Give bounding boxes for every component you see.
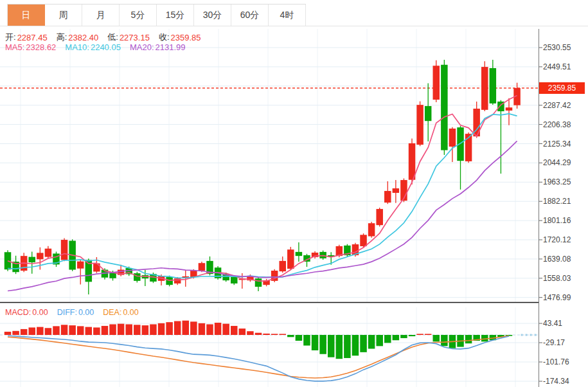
macd-hist-bar [409, 335, 416, 336]
candle-body [255, 278, 262, 287]
macd-hist-bar [118, 324, 125, 335]
macd-hist-bar [206, 324, 213, 335]
candle-body [231, 277, 238, 284]
ma5-label: MA5: [5, 42, 24, 52]
macd-hist-bar [393, 335, 400, 340]
high-value: 2382.40 [68, 33, 98, 42]
candle-body [481, 67, 488, 110]
macd-hist-bar [319, 335, 326, 354]
candle-body [506, 107, 513, 111]
candle-body [37, 253, 44, 259]
open-label: 开: [5, 32, 16, 43]
price-tick-label: 2044.29 [543, 158, 571, 167]
macd-hist-bar [271, 334, 278, 335]
price-tick-label: 1558.03 [543, 274, 571, 283]
ma5-line [8, 95, 517, 281]
macd-label: MACD: [5, 308, 31, 317]
macd-hist-bar [215, 323, 222, 335]
candle-body [134, 273, 141, 281]
macd-hist-bar [174, 321, 181, 335]
macd-hist-bar [142, 325, 149, 335]
macd-tick-label: 43.41 [543, 319, 562, 328]
candle-body [279, 261, 286, 271]
macd-hist-bar [263, 334, 270, 335]
macd-hist-bar [85, 327, 93, 335]
macd-tick-label: -174.34 [543, 377, 569, 386]
candle-body [384, 191, 391, 203]
candle-body [28, 257, 35, 262]
chart-canvas [0, 0, 588, 387]
macd-hist-bar [4, 332, 12, 335]
macd-hist-bar [231, 326, 238, 335]
candle-body [61, 240, 68, 260]
macd-hist-bar [352, 335, 359, 356]
tab-日[interactable]: 日 [8, 4, 45, 26]
candle-body [433, 66, 440, 100]
kline-chart-app: 日周月5分15分30分60分4时 开: 2287.45 高: 2382.40 低… [0, 0, 588, 387]
macd-value: 0.00 [32, 308, 48, 317]
price-tick-label: 2449.51 [543, 62, 571, 71]
candle-body [449, 129, 456, 147]
macd-hist-bar [336, 335, 343, 359]
low-label: 低: [107, 32, 118, 43]
macd-hist-bar [134, 325, 141, 335]
macd-hist-bar [199, 323, 206, 335]
candle-body [45, 249, 52, 257]
candle-body [360, 235, 367, 246]
macd-hist-bar [158, 323, 165, 335]
ma-info-row: MA5: 2328.62 MA10: 2240.05 MA20: 2131.99 [5, 42, 195, 52]
price-tick-label: 1720.12 [543, 235, 571, 244]
price-tick-label: 1963.25 [543, 177, 571, 186]
macd-hist-bar [465, 335, 472, 343]
macd-hist-bar [400, 335, 407, 338]
period-tab-bar: 日周月5分15分30分60分4时 [0, 0, 588, 26]
candle-body [199, 263, 206, 271]
candle-body [368, 223, 375, 236]
macd-hist-bar [441, 335, 448, 346]
macd-hist-bar [21, 329, 28, 335]
macd-hist-bar [190, 321, 197, 335]
candle-body [376, 209, 383, 225]
macd-hist-bar [102, 326, 109, 335]
tab-30分[interactable]: 30分 [194, 4, 231, 26]
macd-hist-bar [61, 325, 68, 335]
macd-hist-bar [368, 335, 375, 348]
tab-月[interactable]: 月 [82, 4, 120, 26]
macd-hist-bar [360, 335, 367, 352]
macd-hist-bar [45, 328, 52, 335]
macd-hist-bar [247, 331, 254, 335]
tab-5分[interactable]: 5分 [120, 4, 157, 26]
macd-hist-bar [328, 335, 335, 357]
candle-body [4, 252, 12, 269]
candle-body [393, 188, 400, 193]
candle-body [457, 127, 464, 161]
tab-4时[interactable]: 4时 [269, 4, 306, 26]
macd-hist-bar [303, 335, 310, 346]
ma20-label: MA20: [130, 42, 154, 52]
price-tick-label: 1882.21 [543, 197, 571, 206]
macd-hist-bar [93, 327, 100, 335]
tab-周[interactable]: 周 [45, 4, 82, 26]
price-tick-label: 1476.99 [543, 293, 571, 302]
diff-label: DIFF: [57, 308, 77, 317]
macd-hist-bar [279, 334, 286, 335]
ma10-value: 2240.05 [91, 42, 121, 52]
macd-hist-bar [416, 334, 423, 335]
ma5-value: 2328.62 [26, 42, 56, 52]
diff-value: 0.00 [78, 308, 94, 317]
tab-60分[interactable]: 60分 [231, 4, 269, 26]
price-tick-label: 2125.34 [543, 140, 571, 148]
macd-hist-bar [28, 327, 35, 335]
price-tick-label: 2287.42 [543, 101, 571, 110]
macd-hist-bar [125, 324, 132, 335]
price-tick-label: 2206.38 [543, 120, 571, 129]
ma20-value: 2131.99 [156, 42, 186, 52]
tab-15分[interactable]: 15分 [157, 4, 194, 26]
dea-line [8, 336, 509, 378]
macd-hist-bar [222, 324, 229, 335]
price-tick-label: 1801.16 [543, 216, 571, 225]
ma10-line [8, 114, 517, 278]
candle-body [166, 277, 173, 285]
macd-hist-bar [77, 326, 84, 335]
macd-hist-bar [109, 324, 116, 335]
